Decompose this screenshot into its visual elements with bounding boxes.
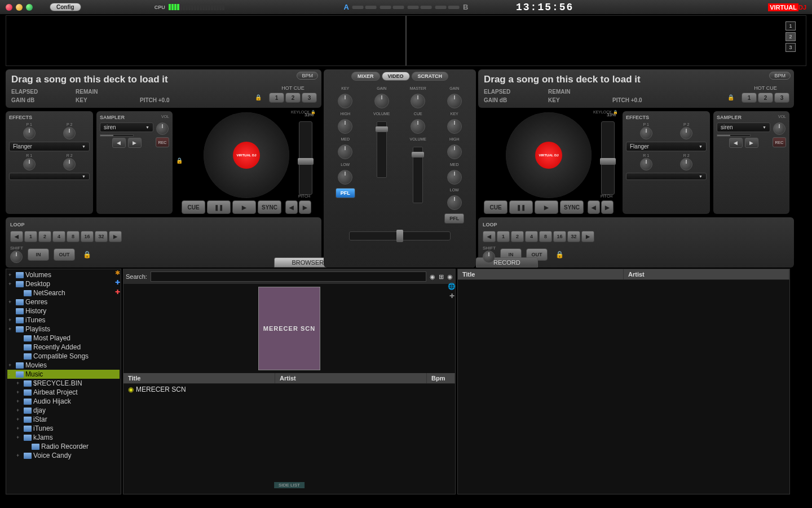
shift-knob-b[interactable]	[483, 251, 495, 263]
search-opt-2-icon[interactable]: ⊞	[439, 273, 444, 281]
pitch-slider[interactable]	[299, 121, 312, 195]
gain-b-knob[interactable]	[447, 94, 462, 108]
minimize-icon[interactable]	[16, 4, 23, 11]
sync-button-b[interactable]: SYNC	[560, 200, 584, 214]
key-b-knob[interactable]	[447, 119, 462, 134]
tree-item[interactable]: +djay	[7, 406, 120, 415]
loop-next-button[interactable]: ▶	[109, 231, 122, 242]
loop-in-button[interactable]: IN	[28, 248, 49, 261]
tree-item[interactable]: +Movies	[7, 361, 120, 370]
pause-button[interactable]: ❚❚	[207, 200, 231, 214]
sample-prev-button[interactable]: ◀	[112, 138, 126, 148]
track-table[interactable]: Title Artist Bpm ◉MERECER SCN	[123, 373, 455, 494]
col-artist[interactable]: Artist	[275, 373, 427, 383]
loop-lock-icon-b[interactable]: 🔒	[555, 251, 564, 259]
sample-vol-bar[interactable]	[100, 134, 134, 137]
deck-3-button[interactable]: 3	[785, 43, 796, 52]
loop-prev-button-b[interactable]: ◀	[483, 231, 496, 242]
playlist-table[interactable]: 🌐 ✚ Title Artist	[457, 269, 790, 494]
jog-wheel[interactable]: VIRTUAL DJ	[204, 112, 289, 198]
sample-rec-button-b[interactable]: REC	[773, 137, 786, 147]
fx-r2-knob-b[interactable]	[680, 158, 692, 170]
pitch-down-button-b[interactable]: ◀	[588, 200, 600, 214]
waveform-a[interactable]	[6, 16, 405, 65]
cue-button[interactable]: CUE	[182, 200, 205, 214]
tool-icon-3[interactable]: ✚	[113, 288, 121, 296]
loop-8-button[interactable]: 8	[67, 231, 80, 242]
fx-r1-knob-b[interactable]	[640, 158, 652, 170]
cue-knob[interactable]	[411, 119, 425, 134]
gain-a-knob[interactable]	[374, 94, 389, 108]
tree-item[interactable]: -Music	[7, 370, 120, 379]
fx-p1-knob-b[interactable]	[640, 127, 652, 139]
tree-item[interactable]: +$RECYCLE.BIN	[7, 379, 120, 388]
fx-p2-knob[interactable]	[63, 127, 76, 139]
loop-16-button[interactable]: 16	[81, 231, 94, 242]
effect-select-2-b[interactable]	[626, 173, 707, 180]
pfl-b-button[interactable]: PFL	[444, 213, 464, 224]
sidelist-toggle[interactable]: SIDE LIST	[274, 482, 304, 488]
globe-icon[interactable]: 🌐	[448, 283, 456, 291]
sample-vol-bar-b[interactable]	[717, 134, 751, 137]
lock-icon[interactable]: 🔒	[176, 157, 183, 164]
tree-item[interactable]: +iTunes	[7, 424, 120, 433]
tree-item[interactable]: +Genres	[7, 297, 120, 306]
waveform-b[interactable]	[407, 16, 806, 65]
tree-item[interactable]: NetSearch	[7, 288, 120, 297]
tree-item[interactable]: Compatible Songs	[7, 352, 120, 361]
tree-item[interactable]: +Audio Hijack	[7, 397, 120, 406]
play-button[interactable]: ▶	[232, 200, 256, 214]
hotcue-1-button-b[interactable]: 1	[742, 93, 757, 103]
tree-item[interactable]: Recently Added	[7, 343, 120, 352]
loop-next-button-b[interactable]: ▶	[581, 231, 594, 242]
hotcue-2-button-b[interactable]: 2	[758, 93, 773, 103]
zoom-icon[interactable]	[26, 4, 33, 11]
sample-vol-knob-b[interactable]	[773, 122, 785, 135]
sample-rec-button[interactable]: REC	[156, 137, 169, 147]
col-title-r[interactable]: Title	[458, 269, 624, 279]
pitch-slider-b[interactable]	[601, 121, 615, 195]
table-row[interactable]: ◉MERECER SCN	[123, 384, 455, 395]
tree-item[interactable]: History	[7, 306, 120, 316]
col-title[interactable]: Title	[123, 373, 275, 383]
pfl-a-button[interactable]: PFL	[336, 188, 355, 198]
loop-1-button[interactable]: 1	[24, 231, 37, 242]
sample-prev-button-b[interactable]: ◀	[729, 138, 743, 148]
tree-item[interactable]: Radio Recorder	[7, 442, 120, 451]
tree-item[interactable]: +Desktop	[7, 279, 120, 288]
low-a-knob[interactable]	[338, 170, 352, 185]
hotcue-3-button[interactable]: 3	[302, 93, 317, 103]
hotcue-2-button[interactable]: 2	[285, 93, 301, 103]
hotcue-1-button[interactable]: 1	[269, 93, 284, 103]
play-button-b[interactable]: ▶	[535, 200, 558, 214]
volume-a-slider[interactable]	[377, 121, 387, 178]
col-artist-r[interactable]: Artist	[624, 269, 789, 279]
pitch-up-button-b[interactable]: ▶	[601, 200, 614, 214]
loop-out-button[interactable]: OUT	[54, 248, 75, 261]
loop-4-button[interactable]: 4	[52, 231, 65, 242]
loop-2-button[interactable]: 2	[38, 231, 51, 242]
sync-button[interactable]: SYNC	[258, 200, 281, 214]
fx-p1-knob[interactable]	[23, 127, 36, 139]
jog-wheel-b[interactable]: VIRTUAL DJ	[506, 112, 592, 198]
tree-item[interactable]: +Airbeat Project	[7, 388, 120, 397]
cue-button-b[interactable]: CUE	[484, 200, 508, 214]
effect-select[interactable]: Flanger	[9, 142, 90, 151]
high-a-knob[interactable]	[338, 119, 352, 134]
deck-1-button[interactable]: 1	[785, 21, 796, 30]
search-opt-1-icon[interactable]: ◉	[430, 273, 435, 281]
video-tab[interactable]: VIDEO	[382, 72, 410, 81]
hotcue-3-button-b[interactable]: 3	[774, 93, 789, 103]
shift-knob[interactable]	[10, 251, 23, 263]
search-opt-3-icon[interactable]: ◉	[447, 273, 453, 281]
pitch-up-button[interactable]: ▶	[299, 200, 311, 214]
mixer-tab[interactable]: MIXER	[351, 72, 380, 81]
tool-icon-2[interactable]: ✚	[113, 279, 121, 287]
col-bpm[interactable]: Bpm	[427, 373, 455, 383]
bpm-button-b[interactable]: BPM	[769, 72, 791, 80]
volume-b-slider[interactable]	[413, 147, 423, 203]
sample-select[interactable]: siren	[100, 122, 153, 132]
tree-item[interactable]: +Playlists	[7, 325, 120, 334]
tree-item[interactable]: +iStar	[7, 415, 120, 424]
key-a-knob[interactable]	[338, 94, 352, 108]
